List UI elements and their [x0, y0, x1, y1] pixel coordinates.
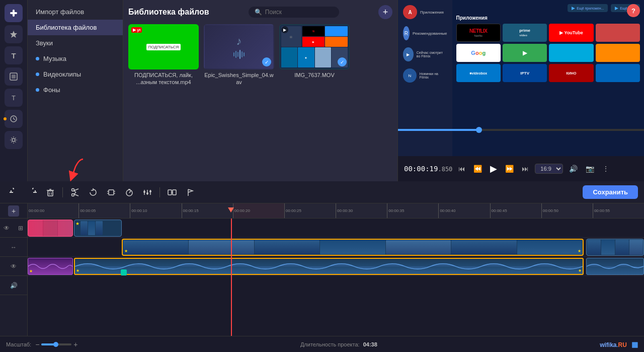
timeline-area: + 👁 ⊞ ↔ 👁 🔊 [0, 203, 644, 336]
video-clip-selected[interactable]: ★ ★ [122, 239, 584, 256]
sidebar-btn-layers[interactable] [5, 67, 23, 86]
svg-line-7 [14, 119, 15, 120]
preview-controls: 00:00:19.850 ⏮ ⏪ ▶ ⏩ ⏭ 16:9 9:16 1:1 4:3… [398, 156, 644, 181]
nav-item-clips[interactable]: Видеоклипы [28, 66, 123, 82]
more-apps-label: Ещё приложен... [577, 7, 604, 10]
svg-rect-9 [48, 191, 53, 196]
sidebar-btn-settings[interactable] [5, 131, 23, 149]
file-item-1[interactable]: ▶ yt ПОДПИСАТЬСЯ ПОДПИСАТЬСЯ, лайк, ...а… [128, 24, 199, 86]
nav-item-import[interactable]: Импорт файлов [28, 4, 123, 20]
zoom-in-button[interactable]: + [73, 340, 77, 348]
svg-rect-20 [109, 190, 114, 195]
apps-title: Приложения [456, 15, 640, 21]
file-item-2[interactable]: ♪ ✓ Epi [204, 24, 274, 86]
search-input[interactable] [265, 9, 331, 16]
svg-rect-34 [168, 190, 172, 195]
flag-button[interactable] [182, 184, 198, 200]
cut-button[interactable] [67, 184, 83, 200]
zoom-control: − + [35, 340, 77, 348]
step-forward-button[interactable]: ⏩ [503, 163, 516, 175]
track-layers-button[interactable]: ⊞ [15, 223, 28, 234]
watermark-text1: wifika [600, 341, 616, 348]
track-eye-button[interactable]: 👁 [0, 223, 13, 234]
file-name-2: Epic_Swishes_Simple_04.wav [204, 72, 274, 86]
file-thumb-3[interactable]: ▶ ▤ N ▶ [279, 24, 350, 69]
skip-to-end-button[interactable]: ⏭ [520, 163, 531, 175]
track-audio-eye-button[interactable]: 👁 [7, 261, 21, 272]
tracks-container: ★ [28, 219, 644, 336]
audio-clip-selected[interactable]: ★ ★ [74, 258, 584, 275]
crop-button[interactable] [103, 184, 119, 200]
zoom-slider[interactable] [41, 343, 71, 345]
video-track-2[interactable]: ★ ★ [28, 238, 644, 257]
nav-panel: Импорт файлов Библиотека файлов Звуки Му… [28, 0, 123, 181]
timeline-left-controls: + 👁 ⊞ ↔ 👁 🔊 [0, 203, 28, 336]
sidebar-btn-text2[interactable]: T [5, 89, 23, 107]
video-clip-after[interactable] [586, 239, 644, 256]
audio-track-1[interactable]: ★ ★ ★ [28, 257, 644, 276]
file-thumb-1[interactable]: ▶ yt ПОДПИСАТЬСЯ [128, 24, 199, 69]
search-bar: 🔍 [249, 7, 339, 18]
nav-item-sounds[interactable]: Звуки [28, 35, 123, 51]
top-section: T T Импорт файлов Библиотека файлов Звук… [0, 0, 644, 181]
equalizer-button[interactable] [139, 184, 155, 200]
svg-rect-4 [12, 75, 16, 79]
transition-button[interactable] [164, 184, 180, 200]
track-audio-vol-button[interactable]: 🔊 [7, 280, 21, 291]
volume-button[interactable]: 🔊 [567, 163, 580, 175]
svg-point-29 [143, 191, 145, 193]
delete-button[interactable] [42, 184, 58, 200]
speed-button[interactable] [121, 184, 137, 200]
sidebar-btn-effects[interactable] [5, 25, 23, 43]
bottom-bar: Масштаб: − + Длительность проекта: 04:38… [0, 336, 644, 352]
audio-clip-after[interactable] [586, 258, 644, 275]
step-back-button[interactable]: ⏪ [471, 163, 484, 175]
help-button[interactable]: ? [627, 4, 640, 17]
svg-line-18 [74, 190, 76, 192]
track-arrow-button[interactable]: ↔ [7, 242, 21, 253]
check-badge-2: ✓ [262, 57, 271, 66]
empty-track-space [28, 276, 644, 295]
screenshot-button[interactable]: 📷 [584, 163, 596, 175]
duration-value: 04:38 [363, 341, 377, 347]
svg-rect-1 [10, 12, 17, 14]
toolbar-separator-2 [159, 187, 160, 197]
add-file-button[interactable]: + [378, 5, 392, 19]
redo-button[interactable] [24, 184, 40, 200]
more-options-button[interactable]: ⋮ [600, 163, 611, 175]
nav-item-music[interactable]: Музыка [28, 51, 123, 66]
video-clip-2[interactable]: ★ [74, 220, 122, 237]
save-button[interactable]: Сохранить [583, 185, 638, 199]
preview-video: ? А Приложения R Рекомендованные [398, 0, 644, 156]
timeline-main: 00:00:00 00:00:05 00:00:10 00:00:15 00:0… [28, 203, 644, 336]
scale-label: Масштаб: [6, 341, 31, 347]
svg-rect-35 [173, 190, 176, 195]
video-clip-pink[interactable] [28, 220, 73, 237]
rotate-button[interactable] [85, 184, 101, 200]
video-track-1[interactable]: ★ [28, 219, 644, 238]
nav-item-backgrounds[interactable]: Фоны [28, 82, 123, 98]
library-header: Библиотека файлов 🔍 + [128, 5, 392, 19]
toolbar: Сохранить [0, 181, 644, 203]
zoom-out-button[interactable]: − [35, 340, 39, 348]
sidebar-btn-text[interactable]: T [5, 46, 23, 64]
sidebar-btn-add[interactable] [5, 4, 23, 22]
preview-panel: ? А Приложения R Рекомендованные [397, 0, 644, 181]
add-track-button[interactable]: + [8, 205, 19, 217]
file-item-3[interactable]: ▶ ▤ N ▶ [279, 24, 350, 86]
svg-line-16 [74, 189, 78, 191]
sidebar: T T [0, 0, 28, 181]
skip-to-start-button[interactable]: ⏮ [456, 163, 467, 175]
file-grid: ▶ yt ПОДПИСАТЬСЯ ПОДПИСАТЬСЯ, лайк, ...а… [128, 24, 392, 86]
aspect-ratio-select[interactable]: 16:9 9:16 1:1 4:3 [535, 164, 563, 174]
file-thumb-2[interactable]: ♪ ✓ [204, 24, 274, 69]
nav-item-library[interactable]: Библиотека файлов [28, 20, 123, 35]
file-name-3: IMG_7637.MOV [279, 72, 350, 79]
audio-clip-pink[interactable]: ★ [28, 258, 73, 275]
undo-button[interactable] [6, 184, 22, 200]
check-badge-3: ✓ [338, 57, 347, 66]
play-button[interactable]: ▶ [488, 161, 499, 176]
sidebar-btn-clock[interactable] [5, 110, 23, 128]
svg-point-33 [149, 190, 151, 192]
file-name-1: ПОДПИСАТЬСЯ, лайк, ...азным текстом.mp4 [128, 72, 199, 86]
